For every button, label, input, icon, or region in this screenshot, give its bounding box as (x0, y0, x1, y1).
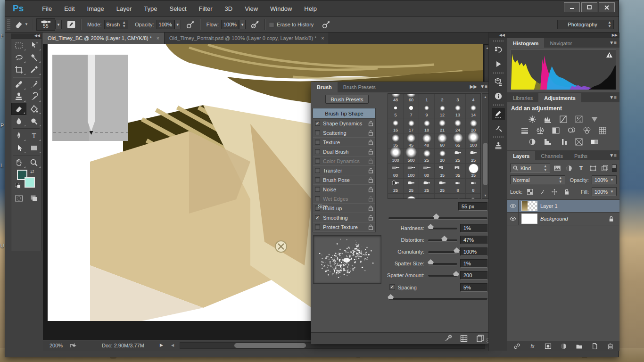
adjustment-gradient-map-icon[interactable] (588, 137, 601, 147)
slider-value-field[interactable]: 100% (460, 247, 487, 256)
brush-section-transfer[interactable]: Transfer (313, 166, 375, 175)
dock-collapse-header[interactable]: ◀◀ (489, 33, 507, 38)
pen-tool[interactable] (11, 130, 26, 142)
layers-footer-delete-icon[interactable] (605, 342, 615, 350)
brush-grid-scrollbar[interactable]: ▲ ▼ (482, 93, 489, 199)
menu-window[interactable]: Window (264, 1, 298, 16)
brush-section-color-dynamics[interactable]: Color Dynamics (313, 156, 375, 166)
tab-close-icon[interactable]: × (157, 36, 159, 41)
swap-colors-icon[interactable]: ⇄ (30, 169, 34, 174)
horizontal-scrollbar-thumb[interactable] (234, 343, 306, 348)
flow-dropdown[interactable]: ▼ (239, 20, 246, 29)
grid-scroll-thumb[interactable] (483, 143, 487, 185)
panel-menu-icon[interactable]: ▼≡ (480, 84, 487, 89)
toolbar-collapse-header[interactable]: ◀◀ (11, 33, 42, 39)
crop-tool[interactable] (11, 64, 26, 76)
brush-tip-cell[interactable]: 500 (404, 148, 419, 164)
layer-visibility-icon[interactable] (507, 200, 519, 212)
brush-section-scattering[interactable]: Scattering (313, 128, 375, 138)
slider-thumb[interactable] (428, 259, 434, 264)
brush-tip-cell[interactable] (466, 194, 481, 199)
menu-type[interactable]: Type (138, 1, 163, 16)
brush-tip-cell[interactable]: 25 (435, 179, 450, 194)
layers-panel-menu-icon[interactable]: ▼≡ (609, 153, 617, 158)
dock-brush-settings-icon[interactable] (492, 108, 505, 120)
brush-section-protect-texture[interactable]: Protect Texture (313, 222, 375, 232)
section-checkbox[interactable] (315, 196, 320, 201)
brush-tip-cell[interactable]: 35 (466, 164, 481, 179)
slider-thumb[interactable] (454, 247, 460, 253)
tab-navigator[interactable]: Navigator (544, 38, 578, 49)
mode-select[interactable]: Brush ▲▼ (104, 20, 129, 29)
opacity-value[interactable]: 100% (157, 20, 174, 29)
lock-icon[interactable] (368, 121, 373, 126)
brush-tool[interactable] (26, 78, 41, 90)
menu-edit[interactable]: Edit (58, 1, 81, 16)
adjustment-color-balance-icon[interactable] (534, 126, 546, 135)
brush-section-brush-pose[interactable]: Brush Pose (313, 175, 375, 185)
lock-position-icon[interactable] (550, 188, 559, 196)
brush-tip-cell[interactable] (404, 194, 419, 199)
background-color-swatch[interactable] (25, 177, 35, 188)
toggle-brush-panel-icon[interactable] (66, 19, 77, 30)
live-tip-preview-icon[interactable] (443, 334, 453, 343)
brush-tip-cell[interactable]: 80 (419, 164, 435, 179)
adjustments-panel-menu-icon[interactable]: ▼≡ (609, 95, 617, 100)
brush-tip-cell[interactable]: 12 (435, 103, 450, 118)
brush-preset-picker[interactable]: 55 (36, 18, 55, 31)
brush-section-wet-edges[interactable]: Wet Edges (313, 194, 375, 204)
brush-tip-cell[interactable] (450, 194, 466, 199)
paint-bucket-tool[interactable] (26, 103, 41, 115)
lock-icon[interactable] (368, 149, 373, 155)
dock-actions-icon[interactable] (492, 58, 505, 70)
slider-thumb[interactable] (388, 294, 394, 299)
blend-mode-select[interactable]: Normal ▲▼ (510, 175, 565, 184)
tool-preset-arrow[interactable]: ▼ (25, 23, 28, 26)
lasso-tool[interactable] (11, 51, 26, 64)
filter-adjustment-layers-icon[interactable] (565, 164, 574, 173)
spatter-size-slider[interactable] (428, 263, 457, 265)
texture-protect-icon[interactable] (459, 334, 469, 343)
brush-tip-cell[interactable]: 48 (419, 133, 435, 148)
brush-tip-cell[interactable]: 20 (435, 148, 450, 164)
spacing-checkbox[interactable]: ✓ (389, 284, 395, 290)
slider-thumb[interactable] (433, 214, 439, 219)
brush-tip-cell[interactable]: 5 (388, 103, 404, 118)
tab-histogram[interactable]: Histogram (507, 38, 544, 49)
clone-stamp-tool[interactable] (11, 90, 26, 103)
quick-mask-mode-icon[interactable] (11, 192, 26, 205)
brush-tip-cell[interactable] (388, 194, 404, 199)
eraser-tool[interactable] (11, 103, 26, 115)
layers-footer-fx-icon[interactable]: fx (528, 342, 537, 350)
options-grip[interactable] (7, 19, 10, 30)
slider-thumb[interactable] (453, 271, 459, 276)
tab-adjustments[interactable]: Adjustments (538, 93, 581, 103)
brush-tip-cell[interactable]: 17 (404, 118, 419, 133)
distortion-slider[interactable] (428, 239, 457, 241)
layer-filter-kind-select[interactable]: Kind ▲▼ (510, 164, 550, 173)
hand-tool[interactable] (11, 156, 26, 169)
path-select-tool[interactable] (11, 142, 26, 154)
brush-tip-cell[interactable]: 18 (419, 118, 435, 133)
section-checkbox[interactable] (315, 177, 320, 182)
hardness-slider[interactable] (428, 228, 457, 230)
menu-image[interactable]: Image (81, 1, 110, 16)
lock-icon[interactable] (368, 168, 373, 173)
brush-tip-cell[interactable]: 25 (466, 148, 481, 164)
eyedropper-tool[interactable] (26, 64, 41, 76)
rightcol-collapse-header[interactable]: ▶▶ (507, 33, 619, 38)
spacing-slider[interactable] (388, 298, 487, 300)
brush-section-texture[interactable]: Texture (313, 138, 375, 147)
lock-transparent-icon[interactable] (525, 188, 535, 196)
menu-layer[interactable]: Layer (110, 1, 138, 16)
brush-tip-cell[interactable]: 13 (450, 103, 466, 118)
brush-tip-cell[interactable]: 14 (466, 103, 481, 118)
adjustment-curves-icon[interactable] (557, 115, 570, 124)
histogram-panel-menu-icon[interactable]: ▼≡ (609, 40, 617, 45)
dock-3d-material-icon[interactable] (492, 76, 505, 88)
slider-thumb[interactable] (428, 224, 434, 229)
lock-icon[interactable] (368, 196, 373, 202)
brush-tip-cell[interactable]: 48 (388, 93, 404, 103)
adjustment-brightness-contrast-icon[interactable] (526, 115, 538, 124)
brush-tip-cell[interactable]: 100 (466, 133, 481, 148)
